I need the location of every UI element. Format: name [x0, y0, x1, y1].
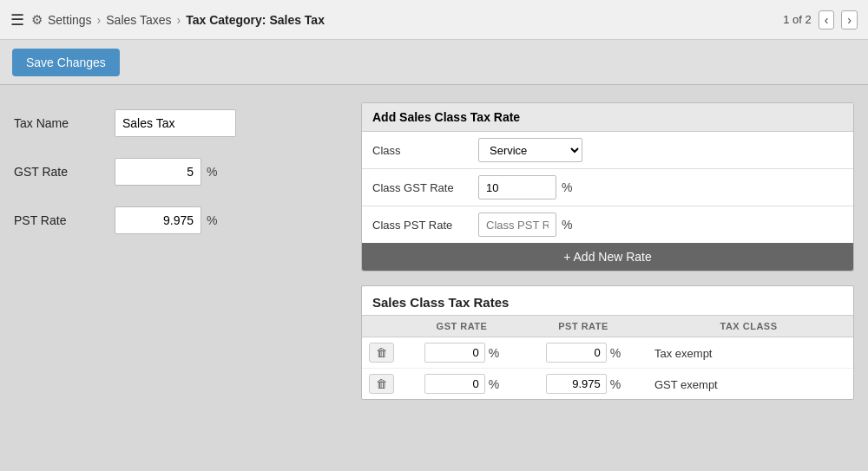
table-row: 🗑 % % GST exempt [362, 369, 853, 400]
pst-rate-input[interactable] [115, 206, 201, 234]
gst-rate-field[interactable] [424, 343, 485, 363]
breadcrumb-sep1: › [97, 13, 102, 27]
pst-rate-label: PST Rate [14, 213, 101, 227]
rates-title: Sales Class Tax Rates [362, 286, 853, 315]
col-header-taxclass: TAX CLASS [644, 316, 853, 337]
col-header-delete [362, 316, 401, 337]
header-left: ☰ ⚙ Settings › Sales Taxes › Tax Categor… [10, 10, 325, 29]
class-gst-input[interactable] [478, 175, 556, 200]
gst-rate-label: GST Rate [14, 165, 101, 179]
toolbar: Save Changes [0, 40, 868, 85]
pst-rate-field[interactable] [546, 343, 607, 363]
class-gst-unit: % [562, 180, 572, 194]
class-pst-label: Class PST Rate [372, 219, 468, 232]
left-panel: Tax Name GST Rate % PST Rate % [14, 102, 344, 454]
tax-name-row: Tax Name [14, 109, 344, 137]
header-right: 1 of 2 ‹ › [783, 10, 858, 29]
prev-button[interactable]: ‹ [819, 10, 835, 29]
class-row: Class Service Goods Tax exempt GST exemp… [362, 132, 853, 169]
class-pst-unit: % [562, 218, 572, 232]
breadcrumb: ⚙ Settings › Sales Taxes › Tax Category:… [31, 12, 325, 28]
breadcrumb-sep2: › [177, 13, 181, 27]
pst-unit: % [207, 213, 217, 227]
pst-rate-field[interactable] [546, 374, 607, 394]
tax-class-label: Tax exempt [651, 347, 712, 360]
delete-row-button[interactable]: 🗑 [369, 374, 394, 394]
class-pst-control: % [478, 213, 572, 237]
gear-icon: ⚙ [31, 12, 43, 28]
gst-unit: % [489, 346, 499, 360]
pst-rate-input-wrap: % [115, 206, 217, 234]
save-button[interactable]: Save Changes [12, 49, 120, 76]
tax-name-input-wrap [115, 109, 236, 137]
add-new-rate-button[interactable]: + Add New Rate [362, 243, 853, 271]
gst-rate-row: GST Rate % [14, 158, 344, 186]
rates-section: Sales Class Tax Rates GST RATE PST RATE … [361, 285, 854, 400]
gst-unit: % [207, 165, 217, 179]
pst-unit: % [610, 346, 621, 360]
gst-rate-input[interactable] [115, 158, 201, 186]
breadcrumb-sales-taxes[interactable]: Sales Taxes [106, 13, 171, 27]
col-header-gst: GST RATE [401, 316, 523, 337]
table-row: 🗑 % % Tax exempt [362, 337, 853, 369]
class-pst-input[interactable] [478, 213, 556, 237]
add-rate-title: Add Sales Class Tax Rate [362, 103, 853, 132]
class-gst-control: % [478, 175, 572, 200]
class-gst-row: Class GST Rate % [362, 169, 853, 206]
col-header-pst: PST RATE [523, 316, 644, 337]
class-select[interactable]: Service Goods Tax exempt GST exempt [478, 138, 582, 162]
hamburger-icon[interactable]: ☰ [10, 10, 24, 29]
gst-unit: % [489, 377, 499, 391]
header: ☰ ⚙ Settings › Sales Taxes › Tax Categor… [0, 0, 868, 40]
tax-class-label: GST exempt [651, 378, 718, 391]
class-gst-label: Class GST Rate [372, 181, 468, 194]
gst-rate-field[interactable] [424, 374, 485, 394]
class-pst-row: Class PST Rate % [362, 206, 853, 243]
gst-rate-input-wrap: % [115, 158, 217, 186]
pst-unit: % [610, 377, 621, 391]
main-content: Tax Name GST Rate % PST Rate % Add Sales… [0, 85, 868, 471]
delete-row-button[interactable]: 🗑 [369, 343, 394, 363]
right-panel: Add Sales Class Tax Rate Class Service G… [361, 102, 854, 454]
tax-name-label: Tax Name [14, 116, 101, 130]
next-button[interactable]: › [841, 10, 858, 29]
table-header-row: GST RATE PST RATE TAX CLASS [362, 316, 853, 337]
add-rate-box: Add Sales Class Tax Rate Class Service G… [361, 102, 854, 271]
breadcrumb-settings[interactable]: Settings [48, 13, 92, 27]
tax-name-input[interactable] [115, 109, 236, 137]
pagination-label: 1 of 2 [783, 13, 812, 26]
rates-table: GST RATE PST RATE TAX CLASS 🗑 % [362, 315, 853, 399]
breadcrumb-current: Tax Category: Sales Tax [186, 13, 325, 27]
pst-rate-row: PST Rate % [14, 206, 344, 234]
class-control: Service Goods Tax exempt GST exempt [478, 138, 582, 162]
class-label: Class [372, 144, 468, 157]
